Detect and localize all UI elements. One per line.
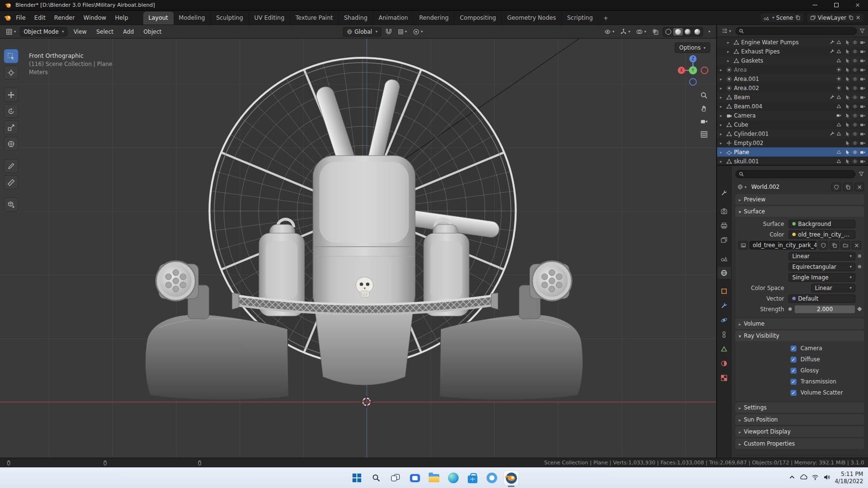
menu-select[interactable]: Select bbox=[93, 27, 117, 37]
selectable-icon[interactable] bbox=[844, 40, 850, 45]
disable-render-camera-icon[interactable] bbox=[860, 49, 866, 54]
outliner-row-empty-002[interactable]: Empty.002 bbox=[717, 138, 868, 147]
selectable-icon[interactable] bbox=[844, 85, 850, 91]
tab-physics[interactable] bbox=[718, 314, 731, 326]
keyframe-diamond[interactable] bbox=[857, 307, 862, 312]
viewport-3d[interactable]: Front Orthographic (116) Scene Collectio… bbox=[0, 39, 716, 458]
browse-world-button[interactable] bbox=[735, 183, 748, 191]
outliner-search-input[interactable] bbox=[735, 27, 857, 35]
menu-help[interactable]: Help bbox=[110, 13, 132, 23]
tool-transform[interactable] bbox=[4, 137, 18, 151]
hide-viewport-eye-icon[interactable] bbox=[852, 85, 858, 91]
maximize-button[interactable] bbox=[826, 0, 847, 10]
add-workspace-button[interactable]: + bbox=[598, 12, 613, 25]
ray-visibility-diffuse[interactable]: Diffuse bbox=[738, 355, 861, 364]
tab-render[interactable] bbox=[718, 205, 731, 217]
start-button[interactable] bbox=[350, 471, 364, 485]
show-overlays-dropdown[interactable] bbox=[634, 27, 648, 36]
tool-scale[interactable] bbox=[4, 120, 18, 134]
hide-viewport-eye-icon[interactable] bbox=[852, 158, 858, 164]
world-datablock-name[interactable]: World.002 bbox=[751, 184, 829, 190]
taskbar-search-button[interactable] bbox=[369, 471, 383, 485]
zoom-icon[interactable] bbox=[700, 92, 708, 99]
hide-viewport-eye-icon[interactable] bbox=[852, 49, 858, 54]
selectable-icon[interactable] bbox=[844, 122, 850, 128]
xray-toggle[interactable] bbox=[650, 27, 661, 36]
outliner-row-cylinder-001[interactable]: Cylinder.001 bbox=[717, 129, 868, 138]
outliner-row-engine-water-pumps[interactable]: Engine Water Pumps bbox=[717, 38, 868, 47]
checkbox[interactable] bbox=[790, 390, 797, 396]
outliner-row-cube[interactable]: Cube bbox=[717, 120, 868, 129]
outliner-row-beam-004[interactable]: Beam.004 bbox=[717, 102, 868, 111]
hide-viewport-eye-icon[interactable] bbox=[852, 131, 858, 137]
expand-icon[interactable] bbox=[720, 95, 726, 100]
projection-dropdown[interactable]: Equirectangular bbox=[788, 263, 855, 271]
selectable-icon[interactable] bbox=[844, 58, 850, 64]
selectable-icon[interactable] bbox=[844, 131, 850, 137]
selectable-icon[interactable] bbox=[844, 76, 850, 82]
hide-viewport-eye-icon[interactable] bbox=[852, 94, 858, 100]
workspace-tab-rendering[interactable]: Rendering bbox=[414, 12, 454, 25]
expand-icon[interactable] bbox=[720, 86, 726, 91]
shading-solid-button[interactable] bbox=[673, 28, 683, 36]
disable-render-camera-icon[interactable] bbox=[860, 113, 866, 119]
menu-window[interactable]: Window bbox=[79, 13, 110, 23]
outliner-row-skull-001[interactable]: skull.001 bbox=[717, 157, 868, 165]
menu-file[interactable]: File bbox=[12, 13, 30, 23]
animate-dot[interactable] bbox=[858, 265, 861, 268]
filter-funnel-icon[interactable] bbox=[859, 28, 865, 34]
outliner-row-camera[interactable]: Camera bbox=[717, 111, 868, 120]
hide-viewport-eye-icon[interactable] bbox=[852, 67, 858, 73]
tab-object-data[interactable] bbox=[718, 343, 731, 355]
new-scene-icon[interactable] bbox=[795, 15, 800, 20]
editor-type-selector[interactable] bbox=[4, 27, 18, 36]
outliner-row-area-002[interactable]: Area.002 bbox=[717, 83, 868, 92]
outliner-row-area[interactable]: Area bbox=[717, 65, 868, 74]
properties-search-input[interactable] bbox=[735, 170, 855, 178]
disable-render-camera-icon[interactable] bbox=[860, 158, 866, 164]
tab-tool[interactable] bbox=[718, 187, 731, 199]
selectable-icon[interactable] bbox=[844, 140, 850, 146]
menu-add[interactable]: Add bbox=[119, 27, 137, 37]
file-explorer-button[interactable] bbox=[427, 471, 441, 485]
panel-custom-properties-header[interactable]: Custom Properties bbox=[735, 438, 864, 449]
source-dropdown[interactable]: Single Image bbox=[788, 273, 855, 282]
snap-settings-dropdown[interactable] bbox=[396, 28, 409, 36]
mode-dropdown[interactable]: Object Mode bbox=[20, 27, 68, 37]
workspace-tab-sculpting[interactable]: Sculpting bbox=[211, 12, 249, 25]
image-fake-user-button[interactable] bbox=[818, 241, 828, 250]
disable-render-camera-icon[interactable] bbox=[860, 85, 866, 91]
hide-viewport-eye-icon[interactable] bbox=[852, 113, 858, 119]
microsoft-store-button[interactable] bbox=[465, 471, 480, 485]
tool-annotate[interactable] bbox=[4, 159, 18, 173]
show-gizmo-dropdown[interactable] bbox=[618, 27, 632, 36]
hide-viewport-eye-icon[interactable] bbox=[852, 122, 858, 128]
onedrive-cloud-icon[interactable] bbox=[800, 474, 807, 482]
workspace-tab-scripting[interactable]: Scripting bbox=[562, 12, 598, 25]
workspace-tab-geometry-nodes[interactable]: Geometry Nodes bbox=[502, 12, 562, 25]
panel-settings-header[interactable]: Settings bbox=[735, 402, 864, 413]
ray-visibility-glossy[interactable]: Glossy bbox=[738, 366, 861, 375]
panel-surface-header[interactable]: Surface bbox=[735, 206, 864, 217]
hide-viewport-eye-icon[interactable] bbox=[852, 149, 858, 155]
shading-rendered-button[interactable] bbox=[692, 28, 702, 36]
expand-icon[interactable] bbox=[720, 132, 726, 136]
remove-view-layer-icon[interactable] bbox=[855, 15, 861, 20]
wifi-icon[interactable] bbox=[812, 474, 819, 482]
ray-visibility-volume-scatter[interactable]: Volume Scatter bbox=[738, 388, 861, 397]
camera-view-icon[interactable] bbox=[700, 118, 708, 125]
checkbox[interactable] bbox=[790, 356, 797, 363]
outliner-editor-type-button[interactable] bbox=[720, 27, 733, 35]
outliner-row-beam[interactable]: Beam bbox=[717, 92, 868, 102]
task-view-button[interactable] bbox=[388, 471, 403, 485]
menu-edit[interactable]: Edit bbox=[30, 13, 50, 23]
open-image-folder-button[interactable] bbox=[841, 241, 850, 250]
interpolation-dropdown[interactable]: Linear bbox=[788, 252, 855, 261]
outliner-row-plane-selected[interactable]: Plane bbox=[717, 147, 868, 157]
selectable-icon[interactable] bbox=[844, 67, 850, 73]
tool-select-box[interactable] bbox=[4, 49, 18, 63]
strength-slider[interactable]: 2.000 bbox=[794, 305, 855, 314]
image-copy-button[interactable] bbox=[829, 241, 839, 250]
unlink-datablock-button[interactable] bbox=[854, 183, 864, 191]
toggle-perspective-icon[interactable] bbox=[700, 131, 708, 138]
